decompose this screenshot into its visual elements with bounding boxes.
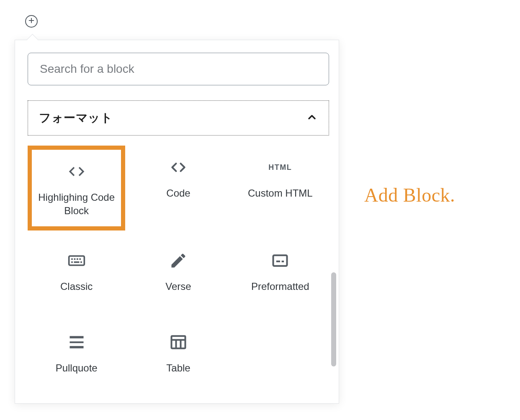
scrollbar[interactable] — [331, 272, 336, 366]
block-item-pullquote[interactable]: Pullquote — [28, 320, 125, 394]
add-block-button[interactable] — [25, 15, 38, 28]
block-label: Highlighing Code Block — [34, 191, 118, 218]
svg-rect-4 — [74, 258, 75, 260]
svg-rect-9 — [80, 261, 82, 263]
search-input[interactable] — [28, 53, 329, 85]
svg-rect-2 — [69, 256, 84, 265]
svg-rect-3 — [71, 258, 73, 260]
svg-rect-14 — [70, 341, 83, 343]
category-title: フォーマット — [39, 110, 113, 126]
code-icon — [67, 161, 86, 182]
svg-rect-6 — [79, 258, 81, 260]
block-grid: Highlighing Code Block Code HTML Custom … — [28, 146, 329, 394]
block-item-verse[interactable]: Verse — [129, 239, 227, 312]
block-item-custom-html[interactable]: HTML Custom HTML — [232, 146, 329, 230]
plus-icon — [28, 17, 35, 26]
svg-rect-13 — [70, 336, 83, 338]
svg-rect-7 — [71, 261, 73, 263]
svg-rect-8 — [74, 261, 79, 263]
svg-rect-15 — [70, 346, 83, 348]
svg-rect-16 — [171, 336, 185, 348]
table-icon — [169, 332, 188, 352]
category-header-format[interactable]: フォーマット — [28, 100, 329, 136]
pullquote-icon — [67, 332, 86, 352]
block-inserter-popover: フォーマット Highlighing Code Block — [15, 40, 339, 404]
block-label: Pullquote — [56, 361, 98, 375]
html-icon: HTML — [268, 157, 292, 177]
code-icon — [169, 157, 188, 177]
svg-rect-12 — [282, 261, 284, 262]
block-label: Table — [166, 361, 190, 375]
block-label: Code — [166, 187, 190, 200]
caption-text: Add Block. — [364, 184, 455, 206]
keyboard-icon — [67, 251, 86, 271]
block-item-code[interactable]: Code — [129, 146, 227, 230]
svg-rect-5 — [77, 258, 78, 260]
preformatted-icon — [271, 251, 289, 271]
block-label: Custom HTML — [248, 187, 313, 200]
block-item-preformatted[interactable]: Preformatted — [232, 239, 329, 312]
pencil-icon — [169, 251, 188, 271]
chevron-up-icon — [306, 111, 318, 125]
block-label: Preformatted — [251, 280, 309, 293]
block-item-table[interactable]: Table — [129, 320, 227, 394]
block-item-highlighting-code-block[interactable]: Highlighing Code Block — [28, 146, 125, 230]
block-label: Verse — [165, 280, 191, 293]
block-item-classic[interactable]: Classic — [28, 239, 125, 312]
block-label: Classic — [60, 280, 93, 293]
